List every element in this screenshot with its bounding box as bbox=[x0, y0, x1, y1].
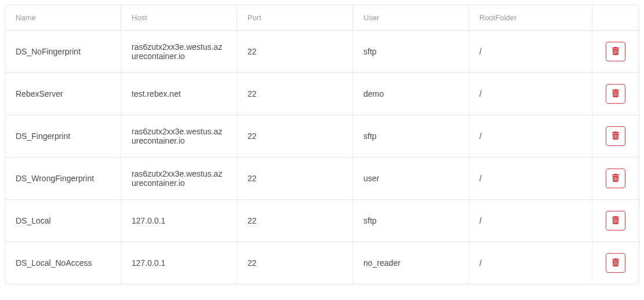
header-actions bbox=[592, 5, 639, 30]
table-row: DS_NoFingerprintras6zutx2xx3e.westus.azu… bbox=[5, 31, 639, 73]
cell-host: 127.0.0.1 bbox=[121, 200, 237, 242]
table-row: DS_WrongFingerprintras6zutx2xx3e.westus.… bbox=[5, 158, 639, 200]
table-row: RebexServertest.rebex.net22demo/ bbox=[5, 73, 639, 115]
cell-user: demo bbox=[353, 73, 469, 115]
header-host[interactable]: Host bbox=[121, 5, 237, 30]
cell-host: test.rebex.net bbox=[121, 73, 237, 115]
trash-icon bbox=[612, 174, 620, 184]
cell-actions bbox=[592, 31, 639, 72]
header-rootfolder[interactable]: RootFolder bbox=[469, 5, 592, 30]
cell-name: DS_WrongFingerprint bbox=[5, 158, 121, 199]
table-header-row: Name Host Port User RootFolder bbox=[5, 5, 639, 31]
cell-name: RebexServer bbox=[5, 73, 121, 115]
cell-name: DS_Local_NoAccess bbox=[5, 242, 121, 284]
cell-host: 127.0.0.1 bbox=[121, 242, 237, 284]
header-port[interactable]: Port bbox=[237, 5, 353, 30]
table-row: DS_Fingerprintras6zutx2xx3e.westus.azure… bbox=[5, 115, 639, 158]
trash-icon bbox=[612, 89, 620, 99]
header-user[interactable]: User bbox=[353, 5, 469, 30]
cell-actions bbox=[592, 242, 639, 284]
table-row: DS_Local_NoAccess127.0.0.122no_reader/ bbox=[5, 242, 639, 284]
cell-name: DS_Local bbox=[5, 200, 121, 242]
delete-button[interactable] bbox=[606, 211, 625, 231]
trash-icon bbox=[612, 47, 620, 57]
table-row: DS_Local127.0.0.122sftp/ bbox=[5, 200, 639, 242]
cell-actions bbox=[592, 73, 639, 115]
cell-rootfolder: / bbox=[469, 158, 592, 199]
delete-button[interactable] bbox=[606, 126, 625, 146]
cell-name: DS_NoFingerprint bbox=[5, 31, 121, 72]
cell-host: ras6zutx2xx3e.westus.azurecontainer.io bbox=[121, 158, 237, 199]
cell-port: 22 bbox=[237, 200, 353, 242]
cell-port: 22 bbox=[237, 158, 353, 199]
header-name[interactable]: Name bbox=[5, 5, 121, 30]
table-body: DS_NoFingerprintras6zutx2xx3e.westus.azu… bbox=[5, 31, 639, 284]
cell-rootfolder: / bbox=[469, 200, 592, 242]
cell-port: 22 bbox=[237, 115, 353, 157]
delete-button[interactable] bbox=[606, 84, 625, 104]
cell-name: DS_Fingerprint bbox=[5, 115, 121, 157]
trash-icon bbox=[612, 131, 620, 141]
delete-button[interactable] bbox=[606, 253, 625, 273]
trash-icon bbox=[612, 216, 620, 226]
cell-user: sftp bbox=[353, 115, 469, 157]
cell-port: 22 bbox=[237, 31, 353, 72]
cell-host: ras6zutx2xx3e.westus.azurecontainer.io bbox=[121, 115, 237, 157]
delete-button[interactable] bbox=[606, 42, 625, 61]
delete-button[interactable] bbox=[606, 169, 625, 188]
cell-rootfolder: / bbox=[469, 242, 592, 284]
cell-user: no_reader bbox=[353, 242, 469, 284]
cell-rootfolder: / bbox=[469, 73, 592, 115]
cell-user: user bbox=[353, 158, 469, 199]
cell-actions bbox=[592, 200, 639, 242]
cell-rootfolder: / bbox=[469, 115, 592, 157]
cell-user: sftp bbox=[353, 200, 469, 242]
connections-table: Name Host Port User RootFolder DS_NoFing… bbox=[5, 5, 639, 284]
cell-port: 22 bbox=[237, 242, 353, 284]
cell-port: 22 bbox=[237, 73, 353, 115]
cell-rootfolder: / bbox=[469, 31, 592, 72]
cell-actions bbox=[592, 115, 639, 157]
cell-user: sftp bbox=[353, 31, 469, 72]
trash-icon bbox=[612, 258, 620, 268]
cell-actions bbox=[592, 158, 639, 199]
cell-host: ras6zutx2xx3e.westus.azurecontainer.io bbox=[121, 31, 237, 72]
